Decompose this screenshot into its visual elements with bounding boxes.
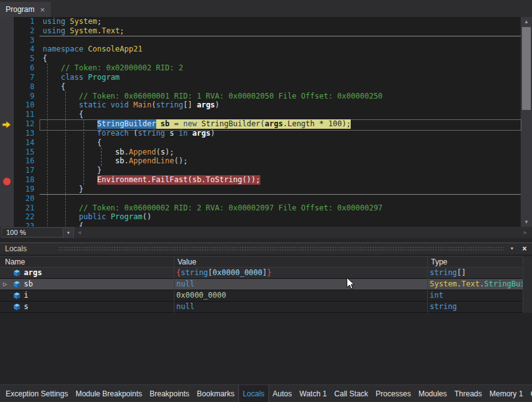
locals-title-bar[interactable]: Locals ▾ × [0,243,532,254]
bottom-tab-threads[interactable]: Threads [450,385,486,402]
code-line[interactable]: StringBuilder sb = new StringBuilder(arg… [43,119,383,129]
execution-pointer-icon[interactable] [2,120,11,131]
code-line[interactable]: } [43,185,383,194]
variable-type: System.Text.StringBuilder [430,279,532,290]
line-numbers: 1234567891011121314151617181920212223 [14,17,35,227]
zoom-level-display[interactable]: 100 % [1,227,66,237]
code-line[interactable]: // Token: 0x06000001 RID: 1 RVA: 0x00002… [43,92,383,101]
column-separator[interactable] [174,256,174,313]
tab-title: Program [6,5,35,14]
editor-bottom-bar: 100 % ▾ ◄ ► [0,227,532,238]
variable-value: null [176,302,194,312]
variable-icon [13,303,21,311]
bottom-tab-watch-1[interactable]: Watch 1 [295,385,331,402]
code-line[interactable]: { [43,110,383,119]
code-line[interactable]: namespace ConsoleApp21 [43,45,383,54]
locals-scrollbar-gutter [523,256,532,313]
mouse-cursor [346,277,355,290]
variable-icon [13,281,21,288]
code-line[interactable]: sb.Append(s); [43,148,383,157]
variable-value: null [176,279,194,290]
panel-splitter[interactable] [0,238,532,242]
tab-close-icon[interactable]: × [40,6,45,14]
scroll-right-icon[interactable]: ► [523,227,528,238]
variable-value: {string[0x0000_0000]} [176,268,272,278]
expander-icon[interactable]: ▷ [3,279,7,290]
document-tab-strip: Program × [0,0,532,17]
bottom-tab-output[interactable]: Output [527,385,532,402]
variable-value: 0x0000_0000 [176,290,226,301]
bottom-tab-call-stack[interactable]: Call Stack [331,385,372,402]
locals-title: Locals [5,243,27,254]
code-line[interactable]: class Program [43,73,383,82]
code-line[interactable] [43,36,383,45]
locals-rows: args{string[0x0000_0000]}string[]▷sbnull… [0,268,523,313]
code-line[interactable] [43,194,383,204]
code-line[interactable]: public Program() [43,212,383,222]
column-separator[interactable] [523,256,523,313]
tool-window-tab-strip: Exception SettingsModule BreakpointsBrea… [0,384,532,402]
column-header-type: Type [431,257,447,267]
code-line[interactable]: { [43,54,383,63]
code-line[interactable]: } [43,166,383,175]
code-lines[interactable]: using System;using System.Text;namespace… [43,17,383,227]
bottom-tab-breakpoints[interactable]: Breakpoints [146,385,193,402]
bottom-tab-module-breakpoints[interactable]: Module Breakpoints [72,385,146,402]
column-separator[interactable] [427,256,428,313]
variable-type: string[] [430,268,466,278]
variable-type: int [430,290,444,301]
code-line[interactable]: using System.Text; [43,26,383,36]
code-line[interactable]: { [43,222,383,227]
code-line[interactable]: using System; [43,17,383,26]
column-header-name: Name [5,257,25,267]
code-editor[interactable]: 1234567891011121314151617181920212223 us… [0,17,532,227]
locals-row-sb[interactable]: ▷sbnullSystem.Text.StringBuilder [0,279,523,290]
zoom-dropdown-button[interactable]: ▾ [63,227,74,239]
variable-name: i [24,290,28,301]
variable-name: args [24,268,42,278]
code-line[interactable]: static void Main(string[] args) [43,100,383,110]
code-line[interactable]: sb.AppendLine(); [43,156,383,166]
column-header-value: Value [178,257,196,267]
bottom-tab-memory-1[interactable]: Memory 1 [486,385,526,402]
locals-row-s[interactable]: snullstring [0,302,523,313]
variable-name: s [24,302,28,312]
bottom-tab-modules[interactable]: Modules [415,385,450,402]
vertical-scroll-thumb[interactable] [522,27,531,110]
bottom-tab-processes[interactable]: Processes [372,385,415,402]
scroll-left-icon[interactable]: ◄ [77,227,82,238]
close-panel-icon[interactable]: × [519,243,529,254]
bottom-tab-locals[interactable]: Locals [238,385,269,402]
code-line[interactable]: Environment.FailFast(sb.ToString()); [43,175,383,185]
breakpoint-icon[interactable] [3,177,11,188]
scroll-down-icon[interactable]: ▼ [521,217,532,227]
locals-panel: Locals ▾ × NameValueType args{string[0x0… [0,242,532,384]
locals-row-i[interactable]: i0x0000_0000int [0,290,523,302]
code-line[interactable]: { [43,138,383,148]
window-position-icon[interactable]: ▾ [507,243,517,254]
code-line[interactable]: // Token: 0x02000002 RID: 2 [43,63,383,73]
editor-vertical-scrollbar[interactable]: ▲ ▼ [521,17,532,227]
bottom-tab-exception-settings[interactable]: Exception Settings [2,385,72,402]
tab-program[interactable]: Program × [0,2,51,17]
bottom-tab-autos[interactable]: Autos [269,385,296,402]
code-line[interactable]: { [43,82,383,92]
locals-row-args[interactable]: args{string[0x0000_0000]}string[] [0,268,523,279]
bottom-tab-bookmarks[interactable]: Bookmarks [193,385,238,402]
variable-icon [13,292,21,300]
code-line[interactable]: foreach (string s in args) [43,129,383,138]
variable-type: string [430,302,457,312]
variable-icon [13,269,21,277]
locals-column-headers: NameValueType [0,256,523,268]
title-grip-handle[interactable] [58,246,504,252]
scroll-up-icon[interactable]: ▲ [521,17,532,26]
code-line[interactable]: // Token: 0x06000002 RID: 2 RVA: 0x00002… [43,204,383,213]
variable-name: sb [24,279,33,290]
